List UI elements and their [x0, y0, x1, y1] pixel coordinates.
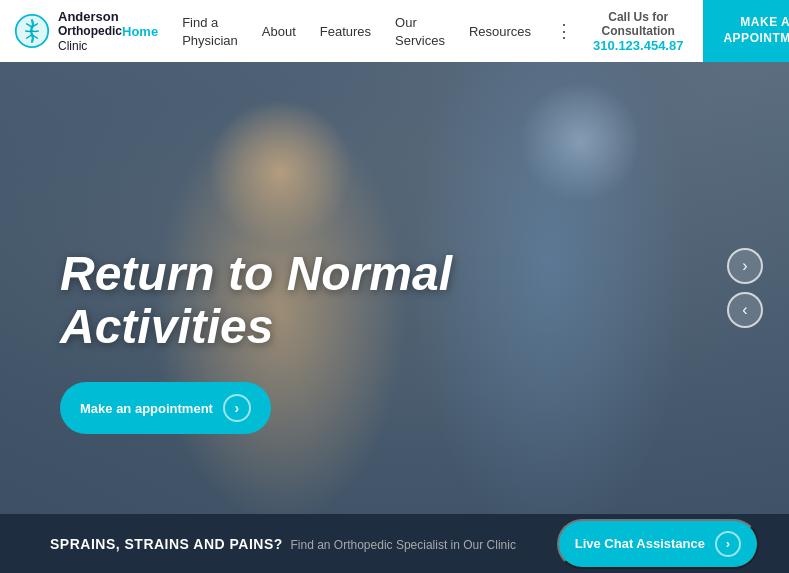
- live-chat-label: Live Chat Assistance: [575, 536, 705, 551]
- hero-cta-label: Make an appointment: [80, 401, 213, 416]
- nav-item-home[interactable]: Home: [122, 22, 158, 40]
- nav-call: Call Us for Consultation 310.123.454.87: [573, 10, 703, 53]
- logo[interactable]: Anderson Orthopedic Clinic: [14, 9, 122, 53]
- call-label: Call Us for Consultation: [593, 10, 683, 38]
- slider-prev-button[interactable]: ‹: [727, 292, 763, 328]
- nav-right: Call Us for Consultation 310.123.454.87 …: [573, 0, 789, 62]
- logo-name2: Orthopedic: [58, 24, 122, 38]
- bottom-bar-text: SPRAINS, STRAINS AND PAINS? Find an Orth…: [50, 536, 516, 552]
- hero-title: Return to Normal Activities: [60, 248, 452, 354]
- nav-item-features[interactable]: Features: [320, 22, 371, 40]
- live-chat-button[interactable]: Live Chat Assistance ›: [557, 519, 759, 569]
- bottom-bar-highlight: SPRAINS, STRAINS AND PAINS?: [50, 536, 283, 552]
- nav-item-resources[interactable]: Resources: [469, 22, 531, 40]
- bottom-bar-sub: Find an Orthopedic Specialist in Our Cli…: [290, 538, 515, 552]
- nav-item-physician[interactable]: Find a Physician: [182, 13, 238, 49]
- hero-content: Return to Normal Activities Make an appo…: [60, 248, 452, 434]
- logo-text: Anderson Orthopedic Clinic: [58, 9, 122, 53]
- call-number[interactable]: 310.123.454.87: [593, 38, 683, 53]
- slider-next-button[interactable]: ›: [727, 248, 763, 284]
- hero-cta-arrow-icon: ›: [223, 394, 251, 422]
- nav-more-icon[interactable]: ⋮: [555, 20, 573, 42]
- hero-section: Return to Normal Activities Make an appo…: [0, 62, 789, 514]
- live-chat-arrow-icon: ›: [715, 531, 741, 557]
- nav-links: Home Find a Physician About Features Our…: [122, 13, 573, 49]
- hero-cta-button[interactable]: Make an appointment ›: [60, 382, 271, 434]
- appointment-button[interactable]: MAKE AN APPOINTMENT: [703, 0, 789, 62]
- logo-name3: Clinic: [58, 39, 122, 53]
- bottom-bar: SPRAINS, STRAINS AND PAINS? Find an Orth…: [0, 514, 789, 573]
- nav-item-services[interactable]: Our Services: [395, 13, 445, 49]
- navbar: Anderson Orthopedic Clinic Home Find a P…: [0, 0, 789, 62]
- slider-controls: › ‹: [727, 248, 763, 328]
- nav-item-about[interactable]: About: [262, 22, 296, 40]
- logo-icon: [14, 13, 50, 49]
- logo-name1: Anderson: [58, 9, 122, 25]
